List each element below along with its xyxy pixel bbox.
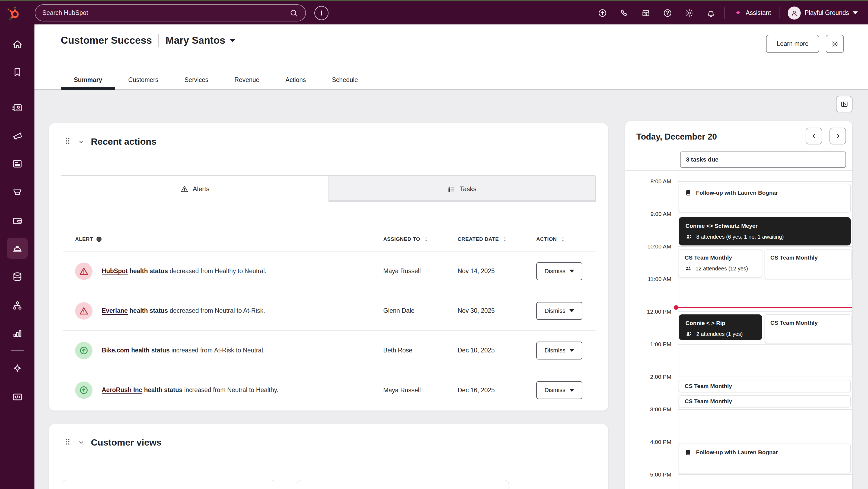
tab-tasks[interactable]: Tasks [329,176,596,202]
sidebar-item-home[interactable] [7,34,28,55]
sort-icon[interactable] [501,236,508,242]
sidebar-item-contacts[interactable] [7,97,28,118]
drag-handle-icon[interactable] [64,137,71,146]
dismiss-button[interactable]: Dismiss [536,262,582,280]
tab-revenue[interactable]: Revenue [221,70,272,90]
collapse-section-icon[interactable] [77,138,85,146]
sidebar-item-payments[interactable] [7,210,28,231]
notifications-button[interactable] [700,5,722,22]
calendar-event[interactable]: CS Team Monthly [765,314,852,343]
dismiss-button[interactable]: Dismiss [536,302,582,320]
tab-alerts[interactable]: Alerts [61,176,329,202]
global-search[interactable] [35,4,306,22]
calls-button[interactable] [613,5,635,22]
column-header-assigned-to[interactable]: Assigned to [383,236,458,242]
previous-day-button[interactable] [806,127,822,144]
calendar-event[interactable]: CS Team Monthly [679,395,850,407]
collapse-panel-button[interactable] [836,96,852,112]
create-button[interactable] [314,6,329,20]
sidebar-item-service[interactable] [7,238,28,259]
calendar-event[interactable]: CS Team Monthly12 attendees (12 yes) [679,249,762,278]
sidebar-item-ai-assistant[interactable] [7,358,28,379]
assigned-to-cell: Maya Russell [383,267,458,275]
calendar-event[interactable]: CS Team Monthly [765,249,852,279]
search-icon[interactable] [289,8,299,18]
drag-handle-icon[interactable] [64,438,71,447]
collapse-section-icon[interactable] [77,439,85,447]
assistant-button[interactable]: Assistant [728,9,777,18]
tab-actions[interactable]: Actions [272,70,319,90]
health-increase-icon [75,342,93,359]
column-header-action[interactable]: Action [536,236,596,242]
tab-schedule[interactable]: Schedule [319,70,371,90]
health-decrease-icon [75,263,93,280]
event-title: Follow-up with Lauren Bognar [685,189,845,196]
sidebar-item-developer[interactable] [7,386,28,407]
alert-message: Everlane health status decreased from Ne… [102,307,265,315]
customer-view-tile[interactable] [63,480,275,489]
search-input[interactable] [42,9,289,17]
marketplace-button[interactable] [635,5,657,22]
tasks-due-banner[interactable]: 3 tasks due [680,151,846,168]
created-date-cell: Dec 16, 2025 [458,386,536,394]
sidebar [0,24,34,489]
column-label: Action [536,236,557,242]
commerce-icon [12,187,23,198]
tab-summary[interactable]: Summary [61,70,115,90]
company-link[interactable]: HubSpot [102,267,128,275]
company-link[interactable]: AeroRush Inc [102,386,143,394]
alerts-table-body: HubSpot health status decreased from Hea… [63,252,596,410]
event-attendees: 8 attendees (6 yes, 1 no, 1 awaiting) [685,233,844,240]
info-icon[interactable] [96,236,102,242]
account-menu[interactable]: Playful Grounds [783,6,860,20]
created-date-cell: Nov 14, 2025 [458,267,536,275]
sidebar-item-reporting[interactable] [7,323,28,344]
topbar: Assistant Playful Grounds [0,1,868,24]
workspace-selector[interactable]: Mary Santos [165,35,236,46]
sidebar-item-bookmarks[interactable] [7,62,28,83]
company-link[interactable]: Everlane [102,307,128,314]
reporting-icon [12,328,23,339]
page-header: Customer Success Mary Santos Learn more … [34,24,868,90]
learn-more-button[interactable]: Learn more [766,35,819,53]
settings-button[interactable] [826,35,844,53]
sidebar-item-automation[interactable] [7,295,28,316]
column-header-created-date[interactable]: Created date [458,236,536,242]
calendar-event[interactable]: Connie <> Schwartz Meyer8 attendees (6 y… [679,217,850,246]
hour-label: 4:00 PM [625,439,671,445]
health-increase-icon [75,381,93,399]
dismiss-button[interactable]: Dismiss [536,342,582,359]
tab-services[interactable]: Services [172,70,221,90]
assigned-to-cell: Glenn Dale [383,307,458,314]
topbar-divider [780,7,780,19]
sidebar-item-marketing[interactable] [7,125,28,146]
calendar-event[interactable]: Connie < > Rip2 attendees (1 yes) [679,314,762,340]
sort-icon[interactable] [560,236,566,242]
settings-icon [684,8,694,18]
calendar-events-layer: Follow-up with Lauren BognarConnie <> Sc… [678,171,852,489]
service-icon [12,243,23,254]
settings-button[interactable] [678,5,700,22]
customer-view-tile[interactable] [297,480,509,489]
sort-icon[interactable] [423,236,429,242]
sidebar-item-content[interactable] [7,153,28,174]
calendar-event[interactable]: Follow-up with Lauren Bognar [679,184,850,212]
tab-customers[interactable]: Customers [115,70,172,90]
topbar-actions: Assistant Playful Grounds [592,1,860,24]
calendar-event[interactable]: CS Team Monthly [679,380,850,392]
hour-label: 8:00 AM [625,178,671,184]
company-link[interactable]: Bike.com [102,347,129,354]
sidebar-item-data[interactable] [7,266,28,287]
workspace-name: Mary Santos [165,35,225,46]
upgrade-button[interactable] [592,5,613,22]
dismiss-button[interactable]: Dismiss [536,381,582,399]
event-title: CS Team Monthly [685,383,732,389]
next-day-button[interactable] [830,127,846,144]
hour-label: 10:00 AM [625,243,671,250]
hubspot-logo[interactable] [5,5,21,21]
developer-icon [12,391,23,403]
sidebar-item-commerce[interactable] [7,182,28,203]
help-button[interactable] [657,5,678,22]
attendees-icon [685,265,692,272]
calendar-event[interactable]: Follow-up with Lauren Bognar [679,444,850,473]
